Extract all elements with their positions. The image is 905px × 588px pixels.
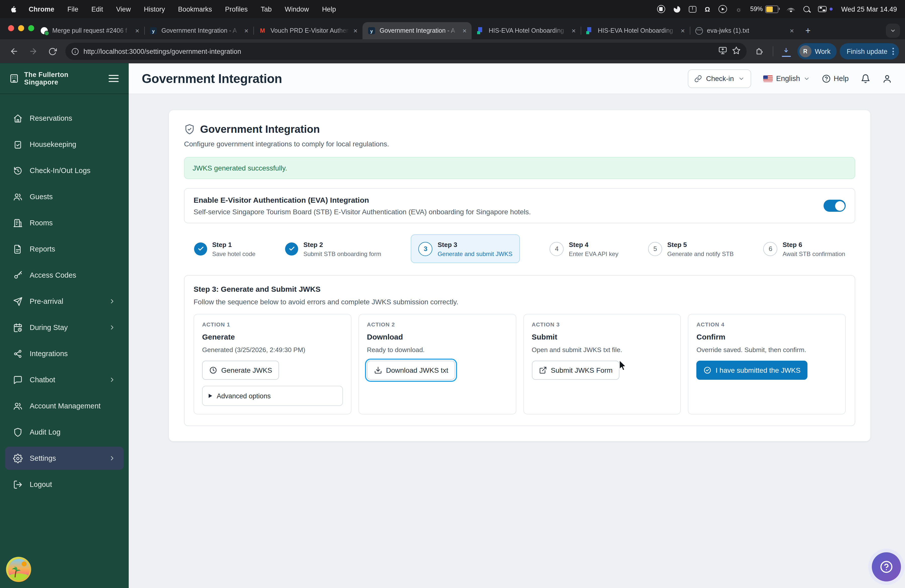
step-1[interactable]: Step 1Save hotel code xyxy=(194,240,256,257)
reload-button[interactable] xyxy=(44,43,60,59)
wifi-icon[interactable] xyxy=(787,6,795,12)
eva-toggle[interactable] xyxy=(824,200,846,212)
close-tab-icon[interactable]: × xyxy=(681,27,685,34)
sidebar-item-audit-log[interactable]: Audit Log xyxy=(5,421,124,443)
tab-gmail-vouch[interactable]: M Vouch PRD E-Visitor Authen × xyxy=(253,22,362,39)
address-bar[interactable]: http://localhost:3000/settings/governmen… xyxy=(65,43,746,60)
menu-bookmarks[interactable]: Bookmarks xyxy=(178,5,212,13)
screen: Chrome File Edit View History Bookmarks … xyxy=(0,0,905,588)
hiseva-favicon xyxy=(586,27,594,35)
close-tab-icon[interactable]: × xyxy=(462,27,467,34)
close-tab-icon[interactable]: × xyxy=(354,27,357,34)
sidebar-item-during-stay[interactable]: During Stay xyxy=(5,316,124,339)
menubar-clock[interactable]: Wed 25 Mar 14.49 xyxy=(841,5,897,13)
tab-government-integration-1[interactable]: y Government Integration - A × xyxy=(144,22,253,39)
menu-edit[interactable]: Edit xyxy=(92,5,103,13)
collapse-sidebar-button[interactable] xyxy=(108,73,120,84)
tab-github-pr[interactable]: Merge pull request #2406 f × xyxy=(35,22,144,39)
downloads-icon[interactable] xyxy=(778,43,794,59)
close-tab-icon[interactable]: × xyxy=(790,27,794,34)
help-button[interactable]: Help xyxy=(822,74,849,83)
generate-jwks-button[interactable]: Generate JWKS xyxy=(202,361,279,380)
play-status-icon[interactable]: ▶ xyxy=(718,5,727,13)
menu-help[interactable]: Help xyxy=(322,5,336,13)
menu-profiles[interactable]: Profiles xyxy=(225,5,248,13)
back-button[interactable] xyxy=(6,43,22,59)
floating-help-button[interactable] xyxy=(872,552,901,582)
sidebar-item-access-codes[interactable]: Access Codes xyxy=(5,264,124,287)
battery-indicator[interactable]: 59% xyxy=(750,5,778,13)
step-2[interactable]: Step 2Submit STB onboarding form xyxy=(285,240,381,257)
minimize-window-button[interactable] xyxy=(18,25,24,31)
tab-eva-jwks[interactable]: eva-jwks (1).txt × xyxy=(690,22,799,39)
sidebar-item-guests[interactable]: Guests xyxy=(5,185,124,208)
confirm-submitted-button[interactable]: I have submitted the JWKS xyxy=(697,361,808,380)
new-tab-button[interactable]: + xyxy=(801,24,815,38)
spotlight-search-icon[interactable] xyxy=(803,6,810,12)
docker-warning-icon[interactable]: ! xyxy=(689,6,696,12)
forward-button[interactable] xyxy=(25,43,41,59)
close-window-button[interactable] xyxy=(8,25,14,31)
checkin-dropdown-button[interactable]: Check-in xyxy=(688,69,751,88)
menu-view[interactable]: View xyxy=(116,5,131,13)
eva-toggle-section: Enable E-Visitor Authentication (EVA) In… xyxy=(184,188,855,223)
download-icon xyxy=(374,366,382,374)
notifications-bell-icon[interactable] xyxy=(861,74,870,83)
sidebar-item-housekeeping[interactable]: Housekeeping xyxy=(5,133,124,156)
finish-update-button[interactable]: Finish update xyxy=(840,43,899,59)
zoom-window-button[interactable] xyxy=(28,25,34,31)
install-app-icon[interactable] xyxy=(718,46,727,57)
step-3-active[interactable]: 3 Step 3Generate and submit JWKS xyxy=(411,234,520,263)
sidebar-item-chatbot[interactable]: Chatbot xyxy=(5,368,124,391)
sidebar-item-checkinout-logs[interactable]: Check-In/Out Logs xyxy=(5,159,124,182)
sidebar-item-reservations[interactable]: Reservations xyxy=(5,106,124,130)
magnet-app-icon[interactable]: Ω xyxy=(705,5,710,13)
screen-record-icon[interactable] xyxy=(657,5,665,13)
download-jwks-button[interactable]: Download JWKS txt xyxy=(367,361,455,380)
extensions-icon[interactable] xyxy=(751,43,767,59)
menu-tab[interactable]: Tab xyxy=(261,5,272,13)
profile-chip[interactable]: R Work xyxy=(797,43,837,59)
sidebar-item-logout[interactable]: Logout xyxy=(5,473,124,496)
menu-chrome[interactable]: Chrome xyxy=(29,5,54,13)
tab-hiseva-2[interactable]: HIS-EVA Hotel Onboarding × xyxy=(581,22,690,39)
url-text[interactable]: http://localhost:3000/settings/governmen… xyxy=(83,48,718,55)
step-5[interactable]: 5 Step 5Generate and notify STB xyxy=(648,240,734,257)
shield-check-icon xyxy=(184,124,195,135)
browser-menu-icon[interactable] xyxy=(892,48,894,55)
clock-icon xyxy=(209,366,217,374)
menu-file[interactable]: File xyxy=(67,5,78,13)
advanced-options-toggle[interactable]: Advanced options xyxy=(202,386,343,406)
site-info-icon[interactable] xyxy=(68,45,81,58)
bookmark-star-icon[interactable] xyxy=(732,46,740,57)
card-subtitle: Configure government integrations to com… xyxy=(184,140,855,148)
account-icon[interactable] xyxy=(882,74,892,83)
language-selector[interactable]: English xyxy=(763,75,810,83)
eva-title: Enable E-Visitor Authentication (EVA) In… xyxy=(194,195,531,204)
step-number: 6 xyxy=(764,242,778,256)
status-app-icon[interactable] xyxy=(674,6,680,12)
tab-search-chevron-button[interactable] xyxy=(886,24,900,38)
sidebar-item-pre-arrival[interactable]: Pre-arrival xyxy=(5,290,124,313)
step-6[interactable]: 6 Step 6Await STB confirmation xyxy=(764,240,845,257)
sidebar-item-reports[interactable]: Reports xyxy=(5,237,124,261)
menu-history[interactable]: History xyxy=(144,5,165,13)
sidebar-header: The Fullerton Singapore xyxy=(0,64,129,94)
close-tab-icon[interactable]: × xyxy=(135,27,139,34)
sidebar-item-account-management[interactable]: Account Management xyxy=(5,394,124,418)
tab-government-integration-active[interactable]: y Government Integration - A × xyxy=(362,22,472,39)
tab-hiseva-1[interactable]: HIS-EVA Hotel Onboarding × xyxy=(472,22,581,39)
submit-jwks-form-button[interactable]: Submit JWKS Form xyxy=(532,361,620,380)
control-center-icon[interactable] xyxy=(818,6,827,12)
user-avatar[interactable] xyxy=(6,557,31,582)
close-tab-icon[interactable]: × xyxy=(245,27,248,34)
now-playing-dot xyxy=(830,8,833,11)
apple-logo-icon[interactable] xyxy=(10,5,17,13)
keyboard-brightness-icon[interactable]: ☼ xyxy=(735,5,741,13)
step-4[interactable]: 4 Step 4Enter EVA API key xyxy=(550,240,618,257)
sidebar-item-rooms[interactable]: Rooms xyxy=(5,211,124,234)
close-tab-icon[interactable]: × xyxy=(572,27,576,34)
sidebar-item-settings[interactable]: Settings xyxy=(5,447,124,470)
menu-window[interactable]: Window xyxy=(285,5,309,13)
sidebar-item-integrations[interactable]: Integrations xyxy=(5,342,124,365)
